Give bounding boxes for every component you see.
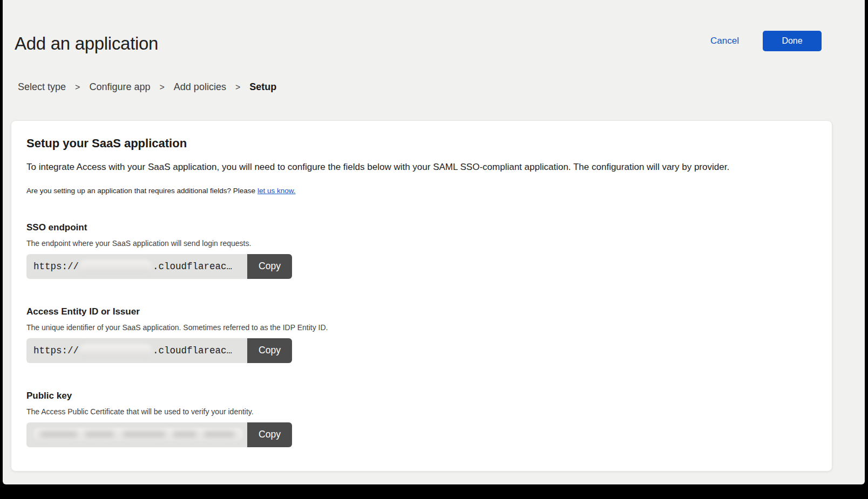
page-title: Add an application [15,33,822,54]
breadcrumb-separator: > [160,83,165,92]
field-public-key: Public key The Access Public Certificate… [26,391,817,447]
value-prefix: https:// [33,261,79,272]
breadcrumb-step-select-type[interactable]: Select type [18,81,66,93]
field-label: Public key [26,391,817,401]
breadcrumb-step-add-policies[interactable]: Add policies [174,81,226,93]
field-label: SSO endpoint [26,222,817,233]
redacted-value-blur [80,344,152,357]
copy-button[interactable]: Copy [247,254,292,279]
value-suffix: .cloudflareac… [153,261,232,272]
value-prefix: https:// [33,345,79,356]
access-entity-id-value: https:// .cloudflareac… [26,338,247,363]
breadcrumb-step-setup: Setup [249,81,276,93]
field-label: Access Entity ID or Issuer [26,306,817,317]
header-actions: Cancel Done [710,31,822,51]
header: Add an application Cancel Done [3,0,865,54]
public-key-value [26,422,247,447]
field-sso-endpoint: SSO endpoint The endpoint where your Saa… [26,222,817,279]
value-row: https:// .cloudflareac… Copy [26,338,292,363]
breadcrumb-step-configure-app[interactable]: Configure app [89,81,150,93]
cancel-button[interactable]: Cancel [710,36,739,46]
field-description: The Access Public Certificate that will … [26,407,817,416]
sso-endpoint-value: https:// .cloudflareac… [26,254,247,279]
field-description: The endpoint where your SaaS application… [26,239,817,248]
copy-button[interactable]: Copy [247,422,292,447]
field-access-entity-id: Access Entity ID or Issuer The unique id… [26,306,817,363]
card-note-text: Are you setting up an application that r… [26,187,255,195]
let-us-know-link[interactable]: let us know. [257,187,296,195]
redacted-value-blur [33,428,243,441]
value-row: Copy [26,422,292,447]
value-row: https:// .cloudflareac… Copy [26,254,292,279]
card-intro-text: To integrate Access with your SaaS appli… [26,161,817,174]
card-note: Are you setting up an application that r… [26,187,817,195]
value-suffix: .cloudflareac… [153,345,232,356]
breadcrumb: Select type > Configure app > Add polici… [18,81,865,93]
redacted-value-blur [80,260,152,273]
setup-card: Setup your SaaS application To integrate… [11,120,832,471]
field-description: The unique identifier of your SaaS appli… [26,323,817,332]
breadcrumb-separator: > [235,83,240,92]
page: Add an application Cancel Done Select ty… [3,0,865,484]
copy-button[interactable]: Copy [247,338,292,363]
breadcrumb-separator: > [75,83,80,92]
card-heading: Setup your SaaS application [26,136,817,151]
done-button[interactable]: Done [763,31,822,51]
